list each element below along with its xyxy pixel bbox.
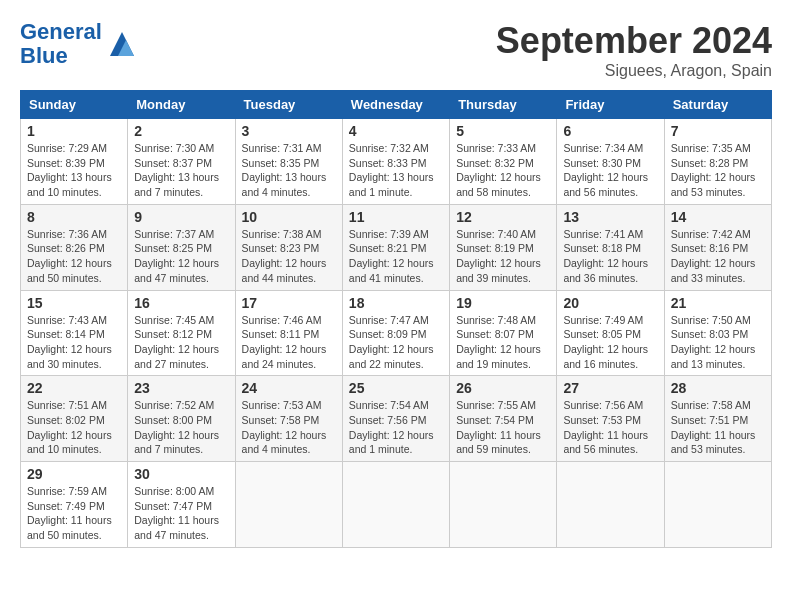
day-info: Sunrise: 7:31 AMSunset: 8:35 PMDaylight:… <box>242 141 336 200</box>
day-number: 29 <box>27 466 121 482</box>
calendar-cell: 17Sunrise: 7:46 AMSunset: 8:11 PMDayligh… <box>235 290 342 376</box>
day-info: Sunrise: 7:55 AMSunset: 7:54 PMDaylight:… <box>456 398 550 457</box>
day-info: Sunrise: 7:35 AMSunset: 8:28 PMDaylight:… <box>671 141 765 200</box>
day-info: Sunrise: 7:56 AMSunset: 7:53 PMDaylight:… <box>563 398 657 457</box>
month-title: September 2024 <box>496 20 772 62</box>
calendar-cell <box>557 462 664 548</box>
day-number: 12 <box>456 209 550 225</box>
calendar-cell: 20Sunrise: 7:49 AMSunset: 8:05 PMDayligh… <box>557 290 664 376</box>
calendar-cell: 19Sunrise: 7:48 AMSunset: 8:07 PMDayligh… <box>450 290 557 376</box>
day-info: Sunrise: 7:58 AMSunset: 7:51 PMDaylight:… <box>671 398 765 457</box>
day-number: 7 <box>671 123 765 139</box>
day-number: 27 <box>563 380 657 396</box>
calendar-cell: 5Sunrise: 7:33 AMSunset: 8:32 PMDaylight… <box>450 119 557 205</box>
day-number: 3 <box>242 123 336 139</box>
day-info: Sunrise: 8:00 AMSunset: 7:47 PMDaylight:… <box>134 484 228 543</box>
calendar-cell: 24Sunrise: 7:53 AMSunset: 7:58 PMDayligh… <box>235 376 342 462</box>
day-info: Sunrise: 7:30 AMSunset: 8:37 PMDaylight:… <box>134 141 228 200</box>
day-number: 28 <box>671 380 765 396</box>
logo-text: General Blue <box>20 20 102 68</box>
calendar-cell: 14Sunrise: 7:42 AMSunset: 8:16 PMDayligh… <box>664 204 771 290</box>
day-info: Sunrise: 7:54 AMSunset: 7:56 PMDaylight:… <box>349 398 443 457</box>
calendar-cell: 30Sunrise: 8:00 AMSunset: 7:47 PMDayligh… <box>128 462 235 548</box>
day-info: Sunrise: 7:29 AMSunset: 8:39 PMDaylight:… <box>27 141 121 200</box>
calendar-cell: 21Sunrise: 7:50 AMSunset: 8:03 PMDayligh… <box>664 290 771 376</box>
day-number: 25 <box>349 380 443 396</box>
calendar-cell: 3Sunrise: 7:31 AMSunset: 8:35 PMDaylight… <box>235 119 342 205</box>
calendar-cell: 26Sunrise: 7:55 AMSunset: 7:54 PMDayligh… <box>450 376 557 462</box>
location: Siguees, Aragon, Spain <box>496 62 772 80</box>
calendar-header-row: Sunday Monday Tuesday Wednesday Thursday… <box>21 91 772 119</box>
calendar-cell: 13Sunrise: 7:41 AMSunset: 8:18 PMDayligh… <box>557 204 664 290</box>
day-number: 13 <box>563 209 657 225</box>
calendar-cell <box>235 462 342 548</box>
col-sunday: Sunday <box>21 91 128 119</box>
day-info: Sunrise: 7:38 AMSunset: 8:23 PMDaylight:… <box>242 227 336 286</box>
day-number: 23 <box>134 380 228 396</box>
day-number: 9 <box>134 209 228 225</box>
calendar-cell: 6Sunrise: 7:34 AMSunset: 8:30 PMDaylight… <box>557 119 664 205</box>
col-saturday: Saturday <box>664 91 771 119</box>
calendar-week-row: 29Sunrise: 7:59 AMSunset: 7:49 PMDayligh… <box>21 462 772 548</box>
day-info: Sunrise: 7:51 AMSunset: 8:02 PMDaylight:… <box>27 398 121 457</box>
day-number: 24 <box>242 380 336 396</box>
calendar-cell: 12Sunrise: 7:40 AMSunset: 8:19 PMDayligh… <box>450 204 557 290</box>
logo-general: General <box>20 19 102 44</box>
calendar-cell: 11Sunrise: 7:39 AMSunset: 8:21 PMDayligh… <box>342 204 449 290</box>
calendar-cell: 1Sunrise: 7:29 AMSunset: 8:39 PMDaylight… <box>21 119 128 205</box>
day-number: 15 <box>27 295 121 311</box>
day-info: Sunrise: 7:39 AMSunset: 8:21 PMDaylight:… <box>349 227 443 286</box>
calendar-cell: 10Sunrise: 7:38 AMSunset: 8:23 PMDayligh… <box>235 204 342 290</box>
logo: General Blue <box>20 20 138 68</box>
day-info: Sunrise: 7:42 AMSunset: 8:16 PMDaylight:… <box>671 227 765 286</box>
day-info: Sunrise: 7:34 AMSunset: 8:30 PMDaylight:… <box>563 141 657 200</box>
day-number: 5 <box>456 123 550 139</box>
calendar-cell: 9Sunrise: 7:37 AMSunset: 8:25 PMDaylight… <box>128 204 235 290</box>
day-number: 21 <box>671 295 765 311</box>
day-number: 8 <box>27 209 121 225</box>
calendar-table: Sunday Monday Tuesday Wednesday Thursday… <box>20 90 772 548</box>
calendar-cell: 15Sunrise: 7:43 AMSunset: 8:14 PMDayligh… <box>21 290 128 376</box>
logo-icon <box>106 28 138 60</box>
day-number: 22 <box>27 380 121 396</box>
calendar-cell: 18Sunrise: 7:47 AMSunset: 8:09 PMDayligh… <box>342 290 449 376</box>
col-tuesday: Tuesday <box>235 91 342 119</box>
calendar-cell <box>342 462 449 548</box>
day-number: 14 <box>671 209 765 225</box>
day-info: Sunrise: 7:40 AMSunset: 8:19 PMDaylight:… <box>456 227 550 286</box>
day-info: Sunrise: 7:45 AMSunset: 8:12 PMDaylight:… <box>134 313 228 372</box>
calendar-cell: 22Sunrise: 7:51 AMSunset: 8:02 PMDayligh… <box>21 376 128 462</box>
day-info: Sunrise: 7:33 AMSunset: 8:32 PMDaylight:… <box>456 141 550 200</box>
calendar-cell: 23Sunrise: 7:52 AMSunset: 8:00 PMDayligh… <box>128 376 235 462</box>
calendar-cell: 16Sunrise: 7:45 AMSunset: 8:12 PMDayligh… <box>128 290 235 376</box>
day-number: 16 <box>134 295 228 311</box>
title-block: September 2024 Siguees, Aragon, Spain <box>496 20 772 80</box>
col-monday: Monday <box>128 91 235 119</box>
calendar-cell: 4Sunrise: 7:32 AMSunset: 8:33 PMDaylight… <box>342 119 449 205</box>
page-header: General Blue September 2024 Siguees, Ara… <box>20 20 772 80</box>
day-number: 20 <box>563 295 657 311</box>
calendar-cell <box>664 462 771 548</box>
calendar-cell: 25Sunrise: 7:54 AMSunset: 7:56 PMDayligh… <box>342 376 449 462</box>
col-friday: Friday <box>557 91 664 119</box>
day-info: Sunrise: 7:37 AMSunset: 8:25 PMDaylight:… <box>134 227 228 286</box>
day-number: 11 <box>349 209 443 225</box>
day-number: 26 <box>456 380 550 396</box>
calendar-cell: 29Sunrise: 7:59 AMSunset: 7:49 PMDayligh… <box>21 462 128 548</box>
calendar-week-row: 1Sunrise: 7:29 AMSunset: 8:39 PMDaylight… <box>21 119 772 205</box>
day-info: Sunrise: 7:36 AMSunset: 8:26 PMDaylight:… <box>27 227 121 286</box>
day-info: Sunrise: 7:50 AMSunset: 8:03 PMDaylight:… <box>671 313 765 372</box>
day-number: 1 <box>27 123 121 139</box>
logo-blue: Blue <box>20 43 68 68</box>
day-number: 10 <box>242 209 336 225</box>
day-info: Sunrise: 7:47 AMSunset: 8:09 PMDaylight:… <box>349 313 443 372</box>
calendar-week-row: 15Sunrise: 7:43 AMSunset: 8:14 PMDayligh… <box>21 290 772 376</box>
col-thursday: Thursday <box>450 91 557 119</box>
day-number: 19 <box>456 295 550 311</box>
day-info: Sunrise: 7:53 AMSunset: 7:58 PMDaylight:… <box>242 398 336 457</box>
day-info: Sunrise: 7:59 AMSunset: 7:49 PMDaylight:… <box>27 484 121 543</box>
day-info: Sunrise: 7:46 AMSunset: 8:11 PMDaylight:… <box>242 313 336 372</box>
calendar-week-row: 8Sunrise: 7:36 AMSunset: 8:26 PMDaylight… <box>21 204 772 290</box>
day-info: Sunrise: 7:32 AMSunset: 8:33 PMDaylight:… <box>349 141 443 200</box>
calendar-cell: 2Sunrise: 7:30 AMSunset: 8:37 PMDaylight… <box>128 119 235 205</box>
